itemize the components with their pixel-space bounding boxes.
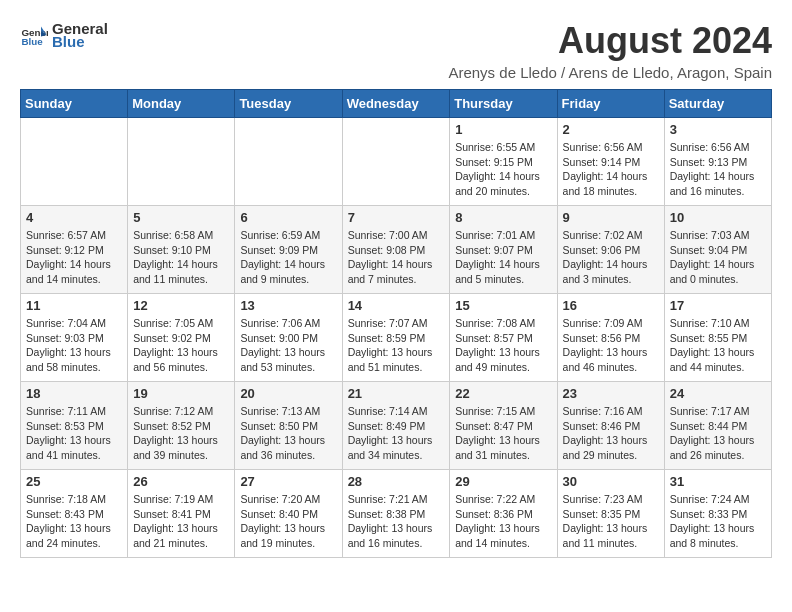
calendar-cell: 20Sunrise: 7:13 AM Sunset: 8:50 PM Dayli…	[235, 382, 342, 470]
day-info: Sunrise: 7:01 AM Sunset: 9:07 PM Dayligh…	[455, 228, 551, 287]
day-info: Sunrise: 6:56 AM Sunset: 9:14 PM Dayligh…	[563, 140, 659, 199]
weekday-header-tuesday: Tuesday	[235, 90, 342, 118]
calendar-cell: 23Sunrise: 7:16 AM Sunset: 8:46 PM Dayli…	[557, 382, 664, 470]
day-info: Sunrise: 7:00 AM Sunset: 9:08 PM Dayligh…	[348, 228, 445, 287]
day-number: 3	[670, 122, 766, 137]
week-row-2: 4Sunrise: 6:57 AM Sunset: 9:12 PM Daylig…	[21, 206, 772, 294]
weekday-header-row: SundayMondayTuesdayWednesdayThursdayFrid…	[21, 90, 772, 118]
day-info: Sunrise: 7:14 AM Sunset: 8:49 PM Dayligh…	[348, 404, 445, 463]
day-info: Sunrise: 7:21 AM Sunset: 8:38 PM Dayligh…	[348, 492, 445, 551]
day-info: Sunrise: 7:19 AM Sunset: 8:41 PM Dayligh…	[133, 492, 229, 551]
day-number: 4	[26, 210, 122, 225]
calendar-cell: 31Sunrise: 7:24 AM Sunset: 8:33 PM Dayli…	[664, 470, 771, 558]
day-info: Sunrise: 7:16 AM Sunset: 8:46 PM Dayligh…	[563, 404, 659, 463]
calendar-table: SundayMondayTuesdayWednesdayThursdayFrid…	[20, 89, 772, 558]
day-info: Sunrise: 7:23 AM Sunset: 8:35 PM Dayligh…	[563, 492, 659, 551]
calendar-cell: 24Sunrise: 7:17 AM Sunset: 8:44 PM Dayli…	[664, 382, 771, 470]
logo-icon: General Blue	[20, 21, 48, 49]
calendar-cell: 19Sunrise: 7:12 AM Sunset: 8:52 PM Dayli…	[128, 382, 235, 470]
day-number: 29	[455, 474, 551, 489]
calendar-cell	[342, 118, 450, 206]
weekday-header-friday: Friday	[557, 90, 664, 118]
calendar-cell: 2Sunrise: 6:56 AM Sunset: 9:14 PM Daylig…	[557, 118, 664, 206]
page-header: General Blue General Blue August 2024 Ar…	[20, 20, 772, 81]
day-info: Sunrise: 7:08 AM Sunset: 8:57 PM Dayligh…	[455, 316, 551, 375]
weekday-header-wednesday: Wednesday	[342, 90, 450, 118]
day-info: Sunrise: 7:09 AM Sunset: 8:56 PM Dayligh…	[563, 316, 659, 375]
day-number: 16	[563, 298, 659, 313]
logo: General Blue General Blue	[20, 20, 108, 50]
day-info: Sunrise: 6:57 AM Sunset: 9:12 PM Dayligh…	[26, 228, 122, 287]
page-title: August 2024	[448, 20, 772, 62]
day-info: Sunrise: 6:55 AM Sunset: 9:15 PM Dayligh…	[455, 140, 551, 199]
calendar-cell	[128, 118, 235, 206]
day-number: 6	[240, 210, 336, 225]
day-number: 17	[670, 298, 766, 313]
calendar-cell: 10Sunrise: 7:03 AM Sunset: 9:04 PM Dayli…	[664, 206, 771, 294]
day-number: 24	[670, 386, 766, 401]
calendar-cell: 1Sunrise: 6:55 AM Sunset: 9:15 PM Daylig…	[450, 118, 557, 206]
calendar-cell: 7Sunrise: 7:00 AM Sunset: 9:08 PM Daylig…	[342, 206, 450, 294]
day-info: Sunrise: 7:18 AM Sunset: 8:43 PM Dayligh…	[26, 492, 122, 551]
day-info: Sunrise: 7:13 AM Sunset: 8:50 PM Dayligh…	[240, 404, 336, 463]
day-number: 23	[563, 386, 659, 401]
day-number: 22	[455, 386, 551, 401]
day-number: 21	[348, 386, 445, 401]
day-number: 19	[133, 386, 229, 401]
day-number: 30	[563, 474, 659, 489]
calendar-cell: 26Sunrise: 7:19 AM Sunset: 8:41 PM Dayli…	[128, 470, 235, 558]
page-subtitle: Arenys de Lledo / Arens de Lledo, Aragon…	[448, 64, 772, 81]
calendar-cell: 14Sunrise: 7:07 AM Sunset: 8:59 PM Dayli…	[342, 294, 450, 382]
day-number: 5	[133, 210, 229, 225]
day-info: Sunrise: 7:20 AM Sunset: 8:40 PM Dayligh…	[240, 492, 336, 551]
week-row-1: 1Sunrise: 6:55 AM Sunset: 9:15 PM Daylig…	[21, 118, 772, 206]
calendar-cell: 16Sunrise: 7:09 AM Sunset: 8:56 PM Dayli…	[557, 294, 664, 382]
day-number: 18	[26, 386, 122, 401]
calendar-cell: 30Sunrise: 7:23 AM Sunset: 8:35 PM Dayli…	[557, 470, 664, 558]
week-row-5: 25Sunrise: 7:18 AM Sunset: 8:43 PM Dayli…	[21, 470, 772, 558]
day-info: Sunrise: 7:15 AM Sunset: 8:47 PM Dayligh…	[455, 404, 551, 463]
calendar-cell: 22Sunrise: 7:15 AM Sunset: 8:47 PM Dayli…	[450, 382, 557, 470]
day-info: Sunrise: 7:03 AM Sunset: 9:04 PM Dayligh…	[670, 228, 766, 287]
day-info: Sunrise: 7:17 AM Sunset: 8:44 PM Dayligh…	[670, 404, 766, 463]
day-number: 27	[240, 474, 336, 489]
day-info: Sunrise: 7:24 AM Sunset: 8:33 PM Dayligh…	[670, 492, 766, 551]
day-number: 2	[563, 122, 659, 137]
title-area: August 2024 Arenys de Lledo / Arens de L…	[448, 20, 772, 81]
weekday-header-sunday: Sunday	[21, 90, 128, 118]
calendar-cell: 18Sunrise: 7:11 AM Sunset: 8:53 PM Dayli…	[21, 382, 128, 470]
day-info: Sunrise: 7:22 AM Sunset: 8:36 PM Dayligh…	[455, 492, 551, 551]
weekday-header-saturday: Saturday	[664, 90, 771, 118]
day-info: Sunrise: 7:11 AM Sunset: 8:53 PM Dayligh…	[26, 404, 122, 463]
day-number: 9	[563, 210, 659, 225]
day-info: Sunrise: 7:10 AM Sunset: 8:55 PM Dayligh…	[670, 316, 766, 375]
day-number: 8	[455, 210, 551, 225]
weekday-header-thursday: Thursday	[450, 90, 557, 118]
day-number: 12	[133, 298, 229, 313]
week-row-4: 18Sunrise: 7:11 AM Sunset: 8:53 PM Dayli…	[21, 382, 772, 470]
calendar-cell: 6Sunrise: 6:59 AM Sunset: 9:09 PM Daylig…	[235, 206, 342, 294]
calendar-cell: 5Sunrise: 6:58 AM Sunset: 9:10 PM Daylig…	[128, 206, 235, 294]
calendar-cell: 11Sunrise: 7:04 AM Sunset: 9:03 PM Dayli…	[21, 294, 128, 382]
weekday-header-monday: Monday	[128, 90, 235, 118]
calendar-cell: 25Sunrise: 7:18 AM Sunset: 8:43 PM Dayli…	[21, 470, 128, 558]
calendar-cell: 8Sunrise: 7:01 AM Sunset: 9:07 PM Daylig…	[450, 206, 557, 294]
day-number: 28	[348, 474, 445, 489]
day-number: 14	[348, 298, 445, 313]
calendar-cell: 28Sunrise: 7:21 AM Sunset: 8:38 PM Dayli…	[342, 470, 450, 558]
day-info: Sunrise: 6:59 AM Sunset: 9:09 PM Dayligh…	[240, 228, 336, 287]
calendar-cell: 29Sunrise: 7:22 AM Sunset: 8:36 PM Dayli…	[450, 470, 557, 558]
day-info: Sunrise: 6:58 AM Sunset: 9:10 PM Dayligh…	[133, 228, 229, 287]
calendar-cell: 3Sunrise: 6:56 AM Sunset: 9:13 PM Daylig…	[664, 118, 771, 206]
calendar-cell	[235, 118, 342, 206]
day-info: Sunrise: 7:02 AM Sunset: 9:06 PM Dayligh…	[563, 228, 659, 287]
calendar-cell: 12Sunrise: 7:05 AM Sunset: 9:02 PM Dayli…	[128, 294, 235, 382]
day-info: Sunrise: 7:07 AM Sunset: 8:59 PM Dayligh…	[348, 316, 445, 375]
calendar-cell	[21, 118, 128, 206]
day-info: Sunrise: 6:56 AM Sunset: 9:13 PM Dayligh…	[670, 140, 766, 199]
calendar-cell: 13Sunrise: 7:06 AM Sunset: 9:00 PM Dayli…	[235, 294, 342, 382]
day-number: 7	[348, 210, 445, 225]
calendar-cell: 27Sunrise: 7:20 AM Sunset: 8:40 PM Dayli…	[235, 470, 342, 558]
svg-text:Blue: Blue	[21, 36, 43, 47]
day-number: 26	[133, 474, 229, 489]
